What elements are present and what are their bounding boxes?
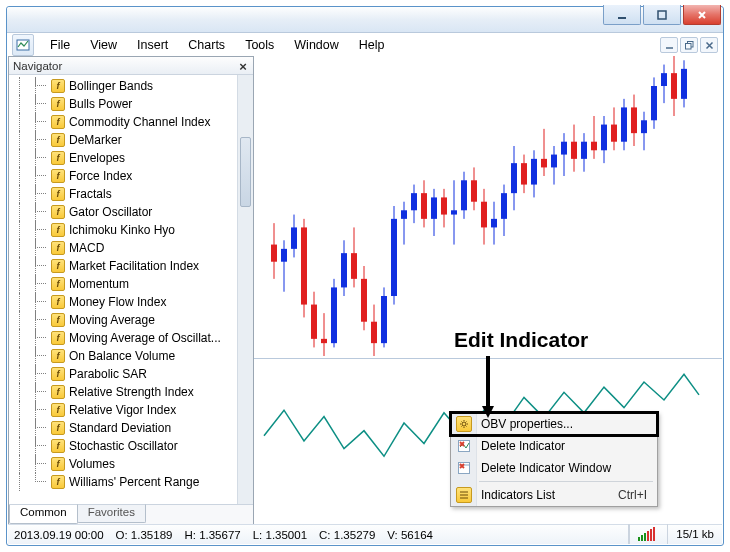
indicator-item[interactable]: fGator Oscillator bbox=[11, 203, 237, 221]
status-low: L: 1.35001 bbox=[253, 529, 307, 541]
svg-rect-59 bbox=[531, 159, 537, 185]
signal-icon bbox=[638, 527, 655, 541]
svg-rect-69 bbox=[581, 142, 587, 159]
indicator-item[interactable]: fVolumes bbox=[11, 455, 237, 473]
menu-insert[interactable]: Insert bbox=[127, 34, 178, 56]
indicator-item[interactable]: fIchimoku Kinko Hyo bbox=[11, 221, 237, 239]
indicator-item[interactable]: fFractals bbox=[11, 185, 237, 203]
indicator-item[interactable]: fWilliams' Percent Range bbox=[11, 473, 237, 491]
navigator-scrollbar[interactable] bbox=[237, 75, 253, 504]
svg-rect-49 bbox=[481, 202, 487, 228]
svg-rect-77 bbox=[621, 107, 627, 141]
indicator-label: DeMarker bbox=[69, 133, 122, 147]
status-datetime: 2013.09.19 00:00 bbox=[14, 529, 104, 541]
indicator-item[interactable]: fMoving Average bbox=[11, 311, 237, 329]
function-icon: f bbox=[51, 115, 65, 129]
indicator-item[interactable]: fBollinger Bands bbox=[11, 77, 237, 95]
svg-rect-13 bbox=[301, 227, 307, 304]
app-icon[interactable] bbox=[12, 34, 34, 56]
indicator-label: Fractals bbox=[69, 187, 112, 201]
indicator-item[interactable]: fForce Index bbox=[11, 167, 237, 185]
indicator-item[interactable]: fDeMarker bbox=[11, 131, 237, 149]
svg-rect-47 bbox=[471, 180, 477, 201]
indicator-label: Money Flow Index bbox=[69, 295, 166, 309]
svg-rect-31 bbox=[391, 219, 397, 296]
function-icon: f bbox=[51, 313, 65, 327]
indicator-label: Williams' Percent Range bbox=[69, 475, 199, 489]
indicator-item[interactable]: fOn Balance Volume bbox=[11, 347, 237, 365]
svg-rect-83 bbox=[651, 86, 657, 120]
svg-rect-61 bbox=[541, 159, 547, 168]
function-icon: f bbox=[51, 205, 65, 219]
indicator-item[interactable]: fCommodity Channel Index bbox=[11, 113, 237, 131]
ctx-indicators-list[interactable]: Indicators List Ctrl+I bbox=[451, 484, 657, 506]
svg-rect-57 bbox=[521, 163, 527, 184]
titlebar[interactable] bbox=[7, 7, 723, 33]
indicator-item[interactable]: fEnvelopes bbox=[11, 149, 237, 167]
maximize-button[interactable] bbox=[643, 5, 681, 25]
menu-help[interactable]: Help bbox=[349, 34, 395, 56]
close-button[interactable] bbox=[683, 5, 721, 25]
menu-view[interactable]: View bbox=[80, 34, 127, 56]
svg-rect-27 bbox=[371, 322, 377, 343]
indicator-label: Standard Deviation bbox=[69, 421, 171, 435]
indicator-item[interactable]: fMarket Facilitation Index bbox=[11, 257, 237, 275]
svg-rect-43 bbox=[451, 210, 457, 214]
ctx-label: Delete Indicator Window bbox=[481, 461, 611, 475]
indicator-item[interactable]: fMACD bbox=[11, 239, 237, 257]
function-icon: f bbox=[51, 421, 65, 435]
function-icon: f bbox=[51, 367, 65, 381]
ctx-delete-indicator[interactable]: Delete Indicator bbox=[451, 435, 657, 457]
status-kb: 15/1 kb bbox=[667, 524, 722, 544]
indicator-label: Momentum bbox=[69, 277, 129, 291]
indicator-item[interactable]: fParabolic SAR bbox=[11, 365, 237, 383]
indicator-label: Volumes bbox=[69, 457, 115, 471]
svg-rect-7 bbox=[271, 245, 277, 262]
minimize-button[interactable] bbox=[603, 5, 641, 25]
svg-rect-73 bbox=[601, 125, 607, 151]
indicator-label: Bulls Power bbox=[69, 97, 132, 111]
indicator-label: Parabolic SAR bbox=[69, 367, 147, 381]
chart-area[interactable]: OBV properties... Delete Indicator Delet… bbox=[254, 56, 722, 525]
mdi-minimize-button[interactable] bbox=[660, 37, 678, 53]
svg-rect-19 bbox=[331, 287, 337, 343]
candlestick-chart[interactable] bbox=[254, 56, 722, 356]
indicator-item[interactable]: fRelative Strength Index bbox=[11, 383, 237, 401]
ctx-delete-indicator-window[interactable]: Delete Indicator Window bbox=[451, 457, 657, 479]
indicator-item[interactable]: fMoving Average of Oscillat... bbox=[11, 329, 237, 347]
indicator-item[interactable]: fStochastic Oscillator bbox=[11, 437, 237, 455]
indicator-item[interactable]: fStandard Deviation bbox=[11, 419, 237, 437]
svg-rect-21 bbox=[341, 253, 347, 287]
delete-icon bbox=[456, 438, 472, 454]
indicator-label: Relative Strength Index bbox=[69, 385, 194, 399]
navigator-close-button[interactable]: × bbox=[236, 59, 250, 73]
mdi-close-button[interactable] bbox=[700, 37, 718, 53]
tab-common[interactable]: Common bbox=[9, 505, 78, 524]
function-icon: f bbox=[51, 403, 65, 417]
svg-rect-63 bbox=[551, 155, 557, 168]
menu-window[interactable]: Window bbox=[284, 34, 348, 56]
indicator-item[interactable]: fMoney Flow Index bbox=[11, 293, 237, 311]
indicator-item[interactable]: fBulls Power bbox=[11, 95, 237, 113]
indicator-item[interactable]: fRelative Vigor Index bbox=[11, 401, 237, 419]
function-icon: f bbox=[51, 151, 65, 165]
svg-rect-65 bbox=[561, 142, 567, 155]
menu-file[interactable]: File bbox=[40, 34, 80, 56]
menu-charts[interactable]: Charts bbox=[178, 34, 235, 56]
function-icon: f bbox=[51, 457, 65, 471]
svg-rect-1 bbox=[658, 11, 666, 19]
indicator-label: On Balance Volume bbox=[69, 349, 175, 363]
svg-rect-5 bbox=[685, 43, 691, 49]
tab-favorites[interactable]: Favorites bbox=[77, 504, 146, 523]
ctx-label: OBV properties... bbox=[481, 417, 573, 431]
scrollbar-thumb[interactable] bbox=[240, 137, 251, 207]
menu-tools[interactable]: Tools bbox=[235, 34, 284, 56]
svg-rect-89 bbox=[681, 69, 687, 99]
indicator-item[interactable]: fMomentum bbox=[11, 275, 237, 293]
svg-rect-41 bbox=[441, 197, 447, 214]
mdi-restore-button[interactable] bbox=[680, 37, 698, 53]
function-icon: f bbox=[51, 349, 65, 363]
function-icon: f bbox=[51, 97, 65, 111]
indicator-label: Market Facilitation Index bbox=[69, 259, 199, 273]
navigator-tree[interactable]: fBollinger BandsfBulls PowerfCommodity C… bbox=[9, 75, 237, 504]
